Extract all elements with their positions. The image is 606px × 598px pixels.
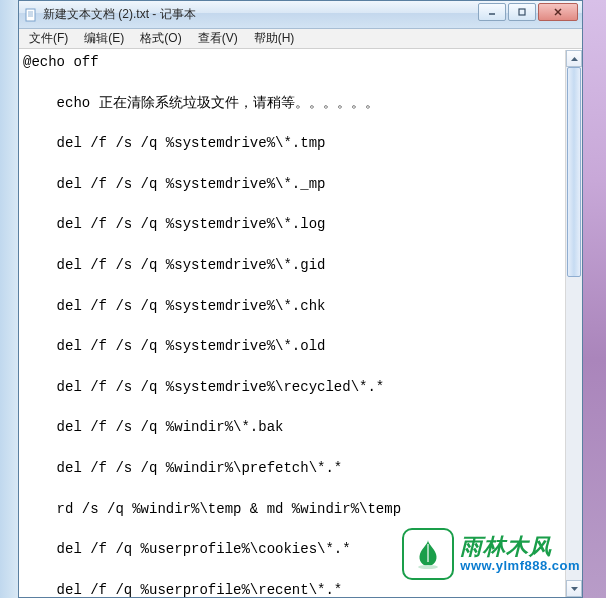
- content-wrap: @echo off echo 正在清除系统垃圾文件，请稍等。。。。。。 del …: [19, 49, 582, 597]
- menu-format[interactable]: 格式(O): [132, 28, 189, 49]
- watermark-brand: 雨林木风: [460, 536, 552, 558]
- text-line: [23, 113, 561, 133]
- menu-edit[interactable]: 编辑(E): [76, 28, 132, 49]
- menubar: 文件(F) 编辑(E) 格式(O) 查看(V) 帮助(H): [19, 29, 582, 49]
- text-line: [23, 478, 561, 498]
- svg-marker-8: [571, 57, 578, 61]
- close-button[interactable]: [538, 3, 578, 21]
- text-line: del /f /s /q %systemdrive%\*.tmp: [23, 133, 561, 153]
- text-area[interactable]: @echo off echo 正在清除系统垃圾文件，请稍等。。。。。。 del …: [19, 50, 565, 597]
- text-line: [23, 438, 561, 458]
- menu-file[interactable]: 文件(F): [21, 28, 76, 49]
- text-line: del /f /s /q %systemdrive%\*.old: [23, 336, 561, 356]
- text-line: [23, 397, 561, 417]
- text-line: [23, 356, 561, 376]
- window-controls: [478, 3, 578, 21]
- right-window-edge: [583, 0, 606, 598]
- menu-view[interactable]: 查看(V): [190, 28, 246, 49]
- text-line: [23, 72, 561, 92]
- titlebar[interactable]: 新建文本文档 (2).txt - 记事本: [19, 1, 582, 29]
- svg-rect-5: [519, 9, 525, 15]
- text-line: del /f /s /q %systemdrive%\*.chk: [23, 296, 561, 316]
- scroll-up-button[interactable]: [566, 50, 582, 67]
- minimize-button[interactable]: [478, 3, 506, 21]
- scroll-thumb[interactable]: [567, 67, 581, 277]
- svg-rect-0: [26, 9, 35, 21]
- text-line: @echo off: [23, 52, 561, 72]
- text-line: echo 正在清除系统垃圾文件，请稍等。。。。。。: [23, 93, 561, 113]
- vertical-scrollbar: [565, 50, 582, 597]
- text-line: del /f /q %userprofile%\recent\*.*: [23, 580, 561, 597]
- svg-marker-9: [571, 587, 578, 591]
- text-line: [23, 275, 561, 295]
- scroll-track[interactable]: [566, 67, 582, 580]
- watermark-text: 雨林木风 www.ylmf888.com: [460, 536, 580, 573]
- svg-point-10: [418, 565, 438, 569]
- text-line: [23, 153, 561, 173]
- text-line: del /f /s /q %systemdrive%\recycled\*.*: [23, 377, 561, 397]
- notepad-icon: [23, 7, 39, 23]
- text-line: del /f /s /q %windir%\*.bak: [23, 417, 561, 437]
- text-line: del /f /s /q %systemdrive%\*._mp: [23, 174, 561, 194]
- notepad-window: 新建文本文档 (2).txt - 记事本 文件(F) 编辑(E) 格式(O) 查…: [18, 0, 583, 598]
- text-line: [23, 316, 561, 336]
- menu-help[interactable]: 帮助(H): [246, 28, 303, 49]
- left-window-edge: [0, 0, 18, 598]
- scroll-down-button[interactable]: [566, 580, 582, 597]
- text-line: del /f /s /q %systemdrive%\*.gid: [23, 255, 561, 275]
- text-line: del /f /s /q %windir%\prefetch\*.*: [23, 458, 561, 478]
- text-line: [23, 194, 561, 214]
- watermark: 雨林木风 www.ylmf888.com: [402, 528, 580, 580]
- text-line: [23, 235, 561, 255]
- maximize-button[interactable]: [508, 3, 536, 21]
- watermark-logo-icon: [402, 528, 454, 580]
- text-line: del /f /s /q %systemdrive%\*.log: [23, 214, 561, 234]
- text-line: rd /s /q %windir%\temp & md %windir%\tem…: [23, 499, 561, 519]
- watermark-url: www.ylmf888.com: [460, 558, 580, 573]
